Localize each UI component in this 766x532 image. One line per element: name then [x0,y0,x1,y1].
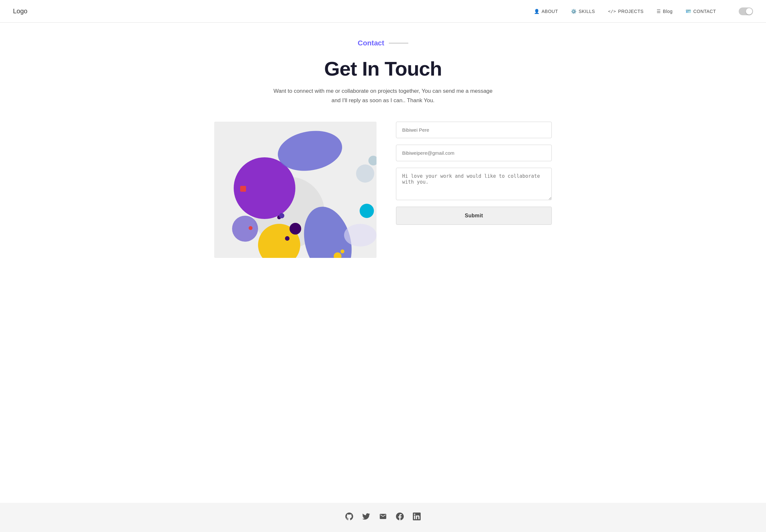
skills-icon: ⚙️ [571,9,577,14]
submit-button[interactable]: Submit [396,207,552,225]
svg-point-24 [344,224,376,247]
main-content: Contact Get In Touch Want to connect wit… [0,23,766,503]
logo[interactable]: Logo [13,7,534,15]
page-title: Get In Touch [6,57,760,80]
svg-point-10 [340,249,344,253]
github-icon[interactable] [345,513,353,522]
about-icon: 👤 [534,9,540,14]
nav-links: 👤 ABOUT ⚙️ SKILLS </> PROJECTS ☰ Blog 🪪 … [534,7,753,15]
page-subtitle: Want to connect with me or collaborate o… [269,87,497,105]
nav-projects-label: PROJECTS [618,9,644,14]
nav-contact[interactable]: 🪪 CONTACT [686,9,716,14]
nav-about[interactable]: 👤 ABOUT [534,9,558,14]
svg-point-6 [356,164,374,183]
contact-form: Submit [396,122,552,225]
section-divider [389,43,408,43]
contact-section: Submit [204,122,562,258]
footer [0,503,766,532]
svg-point-7 [359,204,374,218]
theme-toggle[interactable] [739,7,753,15]
svg-point-12 [285,236,289,241]
nav-blog[interactable]: ☰ Blog [657,9,673,14]
nav-about-label: ABOUT [541,9,558,14]
nav-contact-label: CONTACT [693,9,716,14]
section-label: Contact [358,39,384,47]
section-header: Contact [6,39,760,47]
nav-projects[interactable]: </> PROJECTS [608,9,644,14]
email-input[interactable] [396,145,552,161]
svg-point-20 [279,213,284,218]
svg-point-19 [249,226,252,230]
name-input[interactable] [396,122,552,138]
linkedin-icon[interactable] [413,513,421,522]
svg-rect-18 [240,186,246,192]
projects-icon: </> [608,9,616,14]
nav-skills[interactable]: ⚙️ SKILLS [571,9,595,14]
twitter-icon[interactable] [362,513,370,522]
navbar: Logo 👤 ABOUT ⚙️ SKILLS </> PROJECTS ☰ Bl… [0,0,766,23]
facebook-icon[interactable] [396,513,404,522]
nav-skills-label: SKILLS [579,9,595,14]
svg-point-17 [232,216,258,242]
svg-point-11 [289,223,301,235]
message-input[interactable] [396,168,552,200]
nav-blog-label: Blog [663,9,673,14]
contact-icon: 🪪 [686,9,691,14]
contact-illustration [214,122,376,258]
email-icon[interactable] [379,513,387,522]
blog-icon: ☰ [657,9,661,14]
